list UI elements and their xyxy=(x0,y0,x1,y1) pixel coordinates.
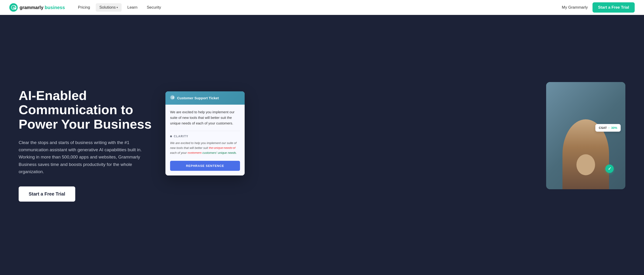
hero-title: AI-Enabled Communication to Power Your B… xyxy=(19,88,158,132)
check-badge: ✓ xyxy=(605,164,614,173)
hero-section: AI-Enabled Communication to Power Your B… xyxy=(0,15,644,275)
clarity-text-mid: each of your xyxy=(170,151,188,154)
navbar-left: grammarly business Pricing Solutions ▾ L… xyxy=(9,3,165,12)
svg-point-0 xyxy=(9,3,18,12)
card-header-icon xyxy=(170,95,175,101)
hero-content: AI-Enabled Communication to Power Your B… xyxy=(19,88,158,202)
csat-badge: CSAT ↑ 30% xyxy=(595,124,621,132)
clarity-dot-icon xyxy=(170,136,172,137)
grammarly-small-icon xyxy=(170,95,175,100)
nav-solutions[interactable]: Solutions ▾ xyxy=(96,3,122,12)
checkmark-icon: ✓ xyxy=(608,166,612,171)
rephrase-button[interactable]: REPHRASE SENTENCE xyxy=(170,161,240,171)
navbar-right: My Grammarly Start a Free Trial xyxy=(562,2,635,12)
nav-security[interactable]: Security xyxy=(143,3,165,12)
my-grammarly-link[interactable]: My Grammarly xyxy=(562,5,588,10)
clarity-label-row: CLARITY xyxy=(170,135,240,138)
csat-arrow-icon: ↑ xyxy=(608,126,610,130)
nav-learn[interactable]: Learn xyxy=(124,3,141,12)
nav-solutions-label: Solutions xyxy=(100,5,116,10)
clarity-suggestion-text: We are excited to help you implement our… xyxy=(170,141,240,155)
clarity-section: CLARITY We are excited to help you imple… xyxy=(170,135,240,159)
person-image xyxy=(546,82,625,189)
hero-visual: CSAT ↑ 30% ✓ Customer Support Ticket xyxy=(158,87,625,203)
nav-pricing[interactable]: Pricing xyxy=(74,3,94,12)
card-header: Customer Support Ticket xyxy=(166,91,245,105)
clarity-strikethrough-1: the unique needs of xyxy=(209,146,235,150)
csat-percent: 30% xyxy=(611,126,617,130)
hero-description: Clear the stops and starts of business w… xyxy=(19,139,154,176)
card-divider xyxy=(170,131,240,131)
card-body: We are excited to help you implement our… xyxy=(166,105,245,176)
grammarly-logo-icon xyxy=(9,3,18,12)
logo-text: grammarly business xyxy=(20,5,65,10)
card-main-text: We are excited to help you implement our… xyxy=(170,109,240,126)
ui-card: Customer Support Ticket We are excited t… xyxy=(166,91,245,176)
logo-area[interactable]: grammarly business xyxy=(9,3,65,12)
logo-accent: business xyxy=(45,5,65,10)
nav-cta-button[interactable]: Start a Free Trial xyxy=(592,2,635,12)
nav-links: Pricing Solutions ▾ Learn Security xyxy=(74,3,165,12)
hero-cta-button[interactable]: Start a Free Trial xyxy=(19,186,75,202)
navbar: grammarly business Pricing Solutions ▾ L… xyxy=(0,0,644,15)
clarity-strikethrough-2: customers xyxy=(188,151,202,154)
clarity-text-after: customers' unique needs. xyxy=(202,151,237,154)
card-header-title: Customer Support Ticket xyxy=(177,96,219,100)
csat-label: CSAT xyxy=(599,126,607,130)
clarity-text-label: CLARITY xyxy=(174,135,188,138)
chevron-down-icon: ▾ xyxy=(116,6,118,9)
